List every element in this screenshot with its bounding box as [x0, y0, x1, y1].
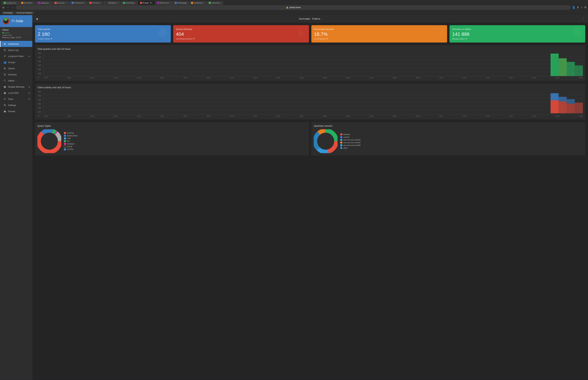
qt-legend-item-4: ✓DNSKEY — [64, 143, 307, 145]
chart2-wrapper: 6005004003002001000 — [44, 91, 583, 117]
hostname: hostname: PiHole — [299, 18, 320, 20]
browser-tab-0[interactable]: Syntax | M... — [2, 1, 19, 5]
stat-link-3[interactable]: Manage adlists ⊕ — [452, 38, 583, 40]
qt-legend-checkbox-2[interactable]: ✓ — [64, 137, 66, 139]
svg-point-42 — [317, 133, 334, 150]
stat-value-1: 404 — [176, 32, 306, 37]
download-icon[interactable]: ⬇ — [577, 6, 579, 9]
qt-legend-checkbox-0[interactable]: ✓ — [64, 132, 66, 134]
browser-tab-6[interactable]: Workflow r... — [103, 1, 120, 5]
browser-tab-10[interactable]: Homepage — [173, 1, 189, 5]
nav-icon-11: ▣ — [3, 110, 6, 113]
qt-legend-checkbox-6[interactable]: ✓ — [64, 148, 66, 150]
us-legend-checkbox-5[interactable]: ✓ — [340, 147, 342, 149]
account-icon[interactable]: 👤 — [572, 6, 575, 9]
browser-tab-11[interactable]: ansible.bui... — [189, 1, 206, 5]
query-types-section: Query Types ✓A (IPv4)✓AAAA (IPv6)✓PTR✓DS… — [35, 122, 309, 155]
browser-tab-3[interactable]: proxmox -... — [53, 1, 69, 5]
stat-link-2[interactable]: List all queries ⊕ — [314, 38, 444, 40]
nav-item-domains[interactable]: ☰Domains — [0, 72, 32, 77]
new-tab-icon[interactable]: ＋ — [580, 6, 583, 9]
qt-legend-item-3: ✓DS — [64, 140, 307, 142]
nav-item-tools[interactable]: ✕Tools◀ — [0, 96, 32, 102]
stat-link-1[interactable]: List blocked queries ⊕ — [176, 38, 306, 40]
nav-icon-8: ▣ — [3, 92, 6, 94]
us-legend-item-3: ✓one.one.one.one#53 — [340, 142, 583, 144]
nav-icon-7: ▣ — [3, 85, 6, 88]
nav-item-dashboard[interactable]: ⊞Dashboard — [0, 41, 32, 47]
svg-rect-29 — [567, 104, 575, 113]
qt-legend-item-6: ✓HTTPS — [64, 148, 307, 150]
stat-value-3: 141 886 — [452, 32, 583, 37]
nav-item-groups[interactable]: 👥Groups — [0, 59, 32, 65]
stat-card-3: Domains on Adlists 141 886 Manage adlist… — [450, 25, 585, 42]
nav-icon-1: ☰ — [3, 49, 6, 51]
browser-tab-9[interactable]: Échec de I... — [155, 1, 172, 5]
nav-label-8: Local DNS — [8, 92, 19, 94]
status-active: Active — [2, 32, 30, 34]
nav-icon-4: 🖥 — [3, 67, 6, 70]
back-button[interactable]: ← — [6, 6, 10, 9]
us-legend-item-4: ✓one.one.one.one#53 — [340, 144, 583, 146]
qt-legend-label-5: SVCB — [67, 146, 72, 148]
address-icon: 🔒 — [286, 6, 288, 9]
us-legend-item-2: ✓one.one.one.one#53 — [340, 139, 583, 141]
nav-item-donate[interactable]: ▣Donate — [0, 108, 32, 114]
status-dot — [2, 32, 4, 34]
us-legend-checkbox-3[interactable]: ✓ — [340, 142, 342, 144]
sidebar: Pi-hole Status Active Load: 0 0 0 Memory… — [0, 15, 32, 380]
address-bar[interactable]: 🔒 pihole.home — [16, 5, 571, 10]
sidebar-toggle-main[interactable]: ◀ — [36, 17, 38, 20]
browser-tab-4[interactable]: Proxmox B... — [70, 1, 87, 5]
qt-legend-checkbox-4[interactable]: ✓ — [64, 143, 66, 145]
nav-arrow-8: ◀ — [28, 92, 30, 94]
content-header: ◀ hostname: PiHole ⋮ — [32, 15, 588, 22]
qt-legend-checkbox-3[interactable]: ✓ — [64, 140, 66, 142]
stat-link-0[interactable]: 3 active clients ⊕ — [38, 38, 168, 40]
stat-link-text-2: List all queries — [314, 38, 326, 40]
us-legend-checkbox-4[interactable]: ✓ — [340, 144, 342, 146]
chart1-area — [44, 52, 583, 76]
chart1-y-labels: 6005004003002001000 — [38, 52, 41, 78]
nav-item-query-log[interactable]: ☰Query Log — [0, 47, 32, 53]
us-legend-label-1: cached — [343, 136, 349, 138]
svg-point-36 — [41, 133, 58, 150]
forward-button[interactable]: → — [11, 6, 15, 9]
qt-legend-checkbox-5[interactable] — [64, 146, 66, 148]
browser-tab-7[interactable]: HomePag... — [121, 1, 138, 5]
us-legend-checkbox-2[interactable]: ✓ — [340, 139, 342, 141]
bookmark-1[interactable]: HomeLab Diagram — [15, 11, 34, 14]
stat-link-icon-1: ⊕ — [193, 38, 195, 40]
nav-item-local-dns[interactable]: ▣Local DNS◀ — [0, 90, 32, 96]
nav-item-long-term-data[interactable]: ↺Long-term Data◀ — [0, 53, 32, 59]
us-legend-label-5: other — [343, 147, 348, 149]
pihole-title: Pi-hole — [12, 19, 23, 23]
sidebar-toggle-browser[interactable]: ⊞ — [2, 6, 5, 9]
us-legend-item-5: ✓other — [340, 147, 583, 149]
bookmark-0[interactable]: Homepage — [2, 11, 14, 14]
browser-tab-2[interactable]: writing an... — [36, 1, 52, 5]
nav-item-clients[interactable]: 🖥Clients — [0, 65, 32, 72]
us-legend-checkbox-1[interactable]: ✓ — [340, 136, 342, 138]
nav-icon-5: ☰ — [3, 73, 6, 76]
sidebar-nav: ⊞Dashboard☰Query Log↺Long-term Data◀👥Gro… — [0, 40, 32, 380]
nav-item-adlists[interactable]: 🛡Adlists — [0, 77, 32, 84]
stat-label-2: Percentage Blocked — [314, 28, 444, 30]
browser-tab-1[interactable]: Not seein... — [19, 1, 36, 5]
qt-legend-checkbox-1[interactable]: ✓ — [64, 135, 66, 137]
us-legend-checkbox-0[interactable]: ✓ — [340, 133, 342, 135]
browser-chrome: Syntax | M...Not seein...writing an...pr… — [0, 0, 588, 15]
menu-dots[interactable]: ⋮ — [582, 17, 585, 20]
nav-item-settings[interactable]: ⚙Settings — [0, 102, 32, 108]
nav-label-6: Adlists — [8, 79, 15, 82]
nav-item-disable-blocking[interactable]: ▣Disable Blocking◀ — [0, 84, 32, 90]
status-title: Status — [2, 29, 30, 31]
qt-legend-item-1: ✓AAAA (IPv6) — [64, 135, 307, 137]
stats-grid: Total queries 2 160 3 active clients ⊕ Q… — [32, 22, 588, 45]
svg-rect-7 — [573, 29, 581, 37]
svg-rect-16 — [559, 58, 567, 76]
browser-tab-5[interactable]: Proxmox... — [87, 1, 103, 5]
browser-tab-12[interactable]: Code bloc... — [207, 1, 224, 5]
browser-tab-8[interactable]: Pi-hole - P... — [138, 1, 155, 5]
window-icon[interactable]: ⧉ — [585, 6, 586, 9]
